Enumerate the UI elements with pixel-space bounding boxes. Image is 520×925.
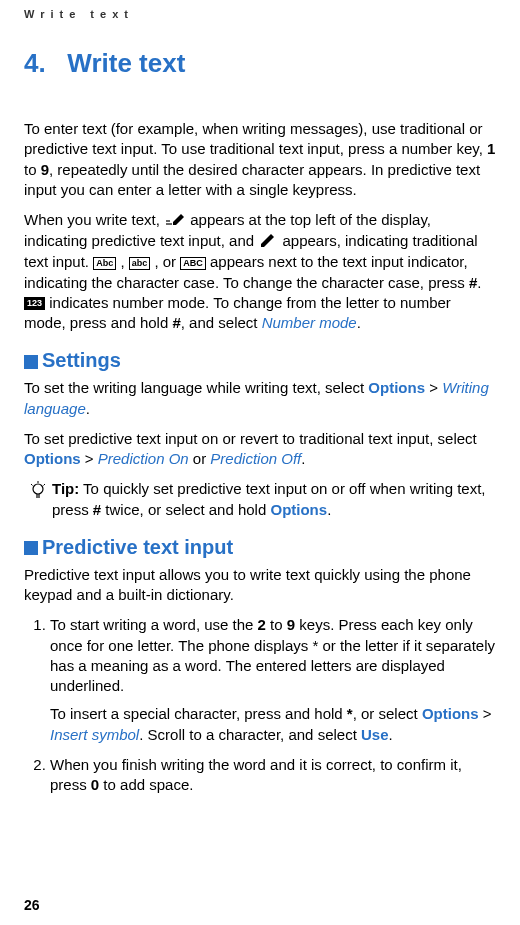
text: To set predictive text input on or rever… (24, 430, 477, 447)
ui-prediction-off: Prediction Off (210, 450, 301, 467)
text: . Scroll to a character, and select (139, 726, 361, 743)
svg-marker-3 (173, 214, 184, 225)
text: or (189, 450, 211, 467)
chapter-title: 4. Write text (24, 48, 496, 79)
running-head: Write text (24, 8, 496, 20)
ui-insert-symbol: Insert symbol (50, 726, 139, 743)
abc-uppercase-icon: ABC (180, 257, 206, 270)
text: > (479, 705, 492, 722)
key-9: 9 (41, 161, 49, 178)
ui-use: Use (361, 726, 389, 743)
key-0: 0 (91, 776, 99, 793)
section-head-predictive: Predictive text input (24, 536, 496, 559)
abc-lowercase-icon: abc (129, 257, 151, 270)
ui-options: Options (24, 450, 81, 467)
text: twice, or select and hold (101, 501, 270, 518)
text: . (301, 450, 305, 467)
intro-paragraph-2: When you write text, appears at the top … (24, 210, 496, 333)
text: . (477, 274, 481, 291)
key-9: 9 (287, 616, 295, 633)
tip-text: Tip: To quickly set predictive text inpu… (52, 479, 496, 520)
text: . (357, 314, 361, 331)
text: to add space. (99, 776, 193, 793)
text: When you write text, (24, 211, 164, 228)
number-mode-icon: 123 (24, 297, 45, 310)
svg-line-10 (44, 484, 46, 486)
key-hash: # (172, 314, 180, 331)
predictive-steps-list: To start writing a word, use the 2 to 9 … (24, 615, 496, 795)
page-number: 26 (24, 897, 40, 913)
intro-paragraph-1: To enter text (for example, when writing… (24, 119, 496, 200)
text: , or select (353, 705, 422, 722)
ui-prediction-on: Prediction On (98, 450, 189, 467)
settings-paragraph-1: To set the writing language while writin… (24, 378, 496, 419)
list-item: To start writing a word, use the 2 to 9 … (50, 615, 496, 745)
section-head-settings: Settings (24, 349, 496, 372)
predictive-intro: Predictive text input allows you to writ… (24, 565, 496, 606)
text: , repeatedly until the desired character… (24, 161, 480, 198)
list-item: When you finish writing the word and it … (50, 755, 496, 796)
text: . (389, 726, 393, 743)
ui-options: Options (270, 501, 327, 518)
chapter-number: 4. (24, 48, 46, 78)
text: . (327, 501, 331, 518)
sub-paragraph: To insert a special character, press and… (50, 704, 496, 745)
text: To enter text (for example, when writing… (24, 120, 487, 157)
tip-block: Tip: To quickly set predictive text inpu… (24, 479, 496, 520)
text: , or (154, 253, 180, 270)
key-1: 1 (487, 140, 495, 157)
text: , and select (181, 314, 262, 331)
text: to (24, 161, 41, 178)
square-bullet-icon (24, 355, 38, 369)
traditional-input-icon (258, 232, 278, 252)
chapter-name: Write text (67, 48, 185, 78)
text: > (81, 450, 98, 467)
text: To insert a special character, press and… (50, 705, 347, 722)
svg-marker-4 (261, 234, 274, 247)
ui-options: Options (422, 705, 479, 722)
section-title: Settings (42, 349, 121, 372)
text: To start writing a word, use the (50, 616, 258, 633)
key-hash: # (93, 501, 101, 518)
text: > (425, 379, 442, 396)
text: To set the writing language while writin… (24, 379, 368, 396)
svg-point-5 (33, 484, 43, 494)
svg-line-9 (31, 484, 33, 486)
tip-lightbulb-icon (24, 479, 52, 507)
key-2: 2 (258, 616, 266, 633)
square-bullet-icon (24, 541, 38, 555)
text: . (86, 400, 90, 417)
text: , (120, 253, 128, 270)
ui-options: Options (368, 379, 425, 396)
section-title: Predictive text input (42, 536, 233, 559)
abc-titlecase-icon: Abc (93, 257, 116, 270)
ui-number-mode: Number mode (262, 314, 357, 331)
text: to (266, 616, 287, 633)
predictive-input-icon (164, 211, 186, 231)
tip-label: Tip: (52, 480, 79, 497)
settings-paragraph-2: To set predictive text input on or rever… (24, 429, 496, 470)
